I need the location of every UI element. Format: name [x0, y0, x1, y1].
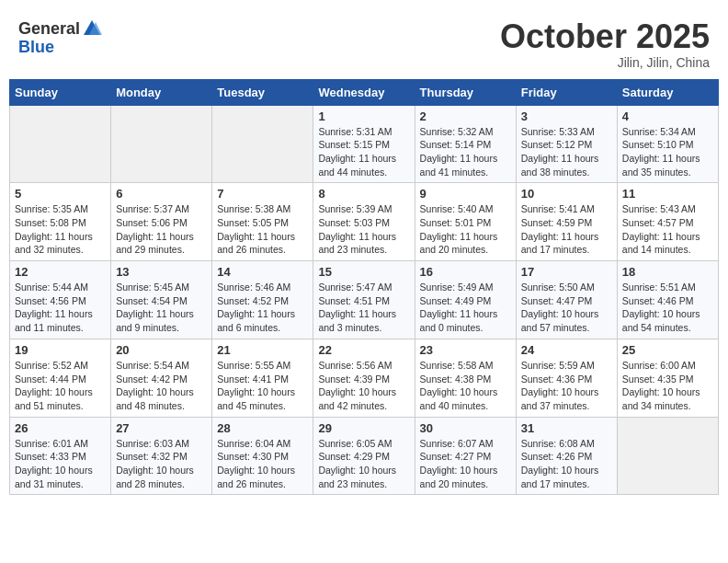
day-number: 8: [318, 187, 409, 201]
calendar-cell: 16Sunrise: 5:49 AM Sunset: 4:49 PM Dayli…: [415, 261, 516, 339]
day-info: Sunrise: 5:31 AM Sunset: 5:15 PM Dayligh…: [318, 125, 409, 179]
calendar-cell: 22Sunrise: 5:56 AM Sunset: 4:39 PM Dayli…: [313, 339, 415, 417]
day-info: Sunrise: 5:59 AM Sunset: 4:36 PM Dayligh…: [521, 359, 612, 413]
calendar-cell: 29Sunrise: 6:05 AM Sunset: 4:29 PM Dayli…: [313, 417, 415, 495]
calendar-week-row: 12Sunrise: 5:44 AM Sunset: 4:56 PM Dayli…: [10, 261, 719, 339]
day-number: 24: [521, 343, 612, 357]
calendar-cell: 27Sunrise: 6:03 AM Sunset: 4:32 PM Dayli…: [111, 417, 212, 495]
calendar-cell: [111, 105, 212, 183]
calendar-cell: 13Sunrise: 5:45 AM Sunset: 4:54 PM Dayli…: [111, 261, 212, 339]
calendar-cell: 25Sunrise: 6:00 AM Sunset: 4:35 PM Dayli…: [617, 339, 718, 417]
calendar-cell: 3Sunrise: 5:33 AM Sunset: 5:12 PM Daylig…: [516, 105, 617, 183]
calendar-cell: 15Sunrise: 5:47 AM Sunset: 4:51 PM Dayli…: [313, 261, 415, 339]
day-number: 22: [318, 343, 409, 357]
day-info: Sunrise: 5:52 AM Sunset: 4:44 PM Dayligh…: [15, 359, 106, 413]
day-number: 16: [420, 265, 511, 279]
day-number: 10: [521, 187, 612, 201]
calendar-cell: 4Sunrise: 5:34 AM Sunset: 5:10 PM Daylig…: [617, 105, 718, 183]
day-number: 11: [622, 187, 713, 201]
day-number: 23: [420, 343, 511, 357]
location: Jilin, Jilin, China: [500, 55, 710, 70]
day-info: Sunrise: 5:47 AM Sunset: 4:51 PM Dayligh…: [318, 281, 409, 335]
day-number: 17: [521, 265, 612, 279]
calendar-week-row: 5Sunrise: 5:35 AM Sunset: 5:08 PM Daylig…: [10, 183, 719, 261]
day-info: Sunrise: 5:33 AM Sunset: 5:12 PM Dayligh…: [521, 125, 612, 179]
calendar-cell: [10, 105, 111, 183]
day-number: 12: [15, 265, 106, 279]
calendar-cell: 1Sunrise: 5:31 AM Sunset: 5:15 PM Daylig…: [313, 105, 415, 183]
calendar-cell: 26Sunrise: 6:01 AM Sunset: 4:33 PM Dayli…: [10, 417, 111, 495]
day-info: Sunrise: 5:45 AM Sunset: 4:54 PM Dayligh…: [116, 281, 207, 335]
day-info: Sunrise: 6:00 AM Sunset: 4:35 PM Dayligh…: [622, 359, 713, 413]
calendar-cell: [212, 105, 313, 183]
calendar-cell: 23Sunrise: 5:58 AM Sunset: 4:38 PM Dayli…: [415, 339, 516, 417]
day-info: Sunrise: 5:46 AM Sunset: 4:52 PM Dayligh…: [217, 281, 308, 335]
calendar-cell: 30Sunrise: 6:07 AM Sunset: 4:27 PM Dayli…: [415, 417, 516, 495]
day-number: 30: [420, 421, 511, 435]
calendar-cell: 12Sunrise: 5:44 AM Sunset: 4:56 PM Dayli…: [10, 261, 111, 339]
day-number: 28: [217, 421, 308, 435]
day-number: 7: [217, 187, 308, 201]
day-info: Sunrise: 5:44 AM Sunset: 4:56 PM Dayligh…: [15, 281, 106, 335]
calendar-cell: 28Sunrise: 6:04 AM Sunset: 4:30 PM Dayli…: [212, 417, 313, 495]
day-number: 6: [116, 187, 207, 201]
day-info: Sunrise: 5:34 AM Sunset: 5:10 PM Dayligh…: [622, 125, 713, 179]
day-info: Sunrise: 5:37 AM Sunset: 5:06 PM Dayligh…: [116, 202, 207, 257]
calendar-cell: 7Sunrise: 5:38 AM Sunset: 5:05 PM Daylig…: [212, 183, 313, 261]
day-number: 14: [217, 265, 308, 279]
page-header: General Blue October 2025 Jilin, Jilin, …: [9, 9, 719, 75]
day-number: 1: [318, 109, 409, 123]
calendar-cell: 11Sunrise: 5:43 AM Sunset: 4:57 PM Dayli…: [617, 183, 718, 261]
month-title: October 2025: [500, 18, 710, 55]
day-number: 13: [116, 265, 207, 279]
day-info: Sunrise: 5:39 AM Sunset: 5:03 PM Dayligh…: [318, 202, 409, 257]
column-header-tuesday: Tuesday: [212, 79, 313, 105]
logo-general: General: [18, 20, 80, 37]
day-number: 21: [217, 343, 308, 357]
day-info: Sunrise: 6:05 AM Sunset: 4:29 PM Dayligh…: [318, 437, 409, 491]
logo-icon: [82, 18, 102, 39]
day-info: Sunrise: 5:35 AM Sunset: 5:08 PM Dayligh…: [15, 202, 106, 257]
day-info: Sunrise: 5:41 AM Sunset: 4:59 PM Dayligh…: [521, 202, 612, 257]
calendar-cell: 21Sunrise: 5:55 AM Sunset: 4:41 PM Dayli…: [212, 339, 313, 417]
day-info: Sunrise: 6:04 AM Sunset: 4:30 PM Dayligh…: [217, 437, 308, 491]
day-info: Sunrise: 5:38 AM Sunset: 5:05 PM Dayligh…: [217, 202, 308, 257]
day-number: 25: [622, 343, 713, 357]
calendar-cell: 10Sunrise: 5:41 AM Sunset: 4:59 PM Dayli…: [516, 183, 617, 261]
column-header-monday: Monday: [111, 79, 212, 105]
calendar-cell: 18Sunrise: 5:51 AM Sunset: 4:46 PM Dayli…: [617, 261, 718, 339]
day-info: Sunrise: 5:51 AM Sunset: 4:46 PM Dayligh…: [622, 281, 713, 335]
day-info: Sunrise: 5:50 AM Sunset: 4:47 PM Dayligh…: [521, 281, 612, 335]
day-number: 9: [420, 187, 511, 201]
day-info: Sunrise: 5:54 AM Sunset: 4:42 PM Dayligh…: [116, 359, 207, 413]
calendar-cell: 5Sunrise: 5:35 AM Sunset: 5:08 PM Daylig…: [10, 183, 111, 261]
day-info: Sunrise: 5:32 AM Sunset: 5:14 PM Dayligh…: [420, 125, 511, 179]
calendar-cell: 2Sunrise: 5:32 AM Sunset: 5:14 PM Daylig…: [415, 105, 516, 183]
day-number: 27: [116, 421, 207, 435]
calendar-cell: 14Sunrise: 5:46 AM Sunset: 4:52 PM Dayli…: [212, 261, 313, 339]
calendar-week-row: 26Sunrise: 6:01 AM Sunset: 4:33 PM Dayli…: [10, 417, 719, 495]
calendar-cell: 31Sunrise: 6:08 AM Sunset: 4:26 PM Dayli…: [516, 417, 617, 495]
day-info: Sunrise: 5:58 AM Sunset: 4:38 PM Dayligh…: [420, 359, 511, 413]
calendar-cell: 24Sunrise: 5:59 AM Sunset: 4:36 PM Dayli…: [516, 339, 617, 417]
day-number: 2: [420, 109, 511, 123]
calendar-cell: [617, 417, 718, 495]
calendar-cell: 19Sunrise: 5:52 AM Sunset: 4:44 PM Dayli…: [10, 339, 111, 417]
logo-blue: Blue: [18, 38, 54, 56]
column-header-thursday: Thursday: [415, 79, 516, 105]
day-number: 3: [521, 109, 612, 123]
title-block: October 2025 Jilin, Jilin, China: [500, 18, 710, 70]
day-number: 26: [15, 421, 106, 435]
day-info: Sunrise: 5:43 AM Sunset: 4:57 PM Dayligh…: [622, 202, 713, 257]
day-number: 29: [318, 421, 409, 435]
day-info: Sunrise: 6:07 AM Sunset: 4:27 PM Dayligh…: [420, 437, 511, 491]
calendar-header-row: SundayMondayTuesdayWednesdayThursdayFrid…: [10, 79, 719, 105]
day-number: 5: [15, 187, 106, 201]
column-header-sunday: Sunday: [10, 79, 111, 105]
column-header-friday: Friday: [516, 79, 617, 105]
calendar-cell: 8Sunrise: 5:39 AM Sunset: 5:03 PM Daylig…: [313, 183, 415, 261]
calendar-week-row: 1Sunrise: 5:31 AM Sunset: 5:15 PM Daylig…: [10, 105, 719, 183]
day-info: Sunrise: 6:08 AM Sunset: 4:26 PM Dayligh…: [521, 437, 612, 491]
calendar-week-row: 19Sunrise: 5:52 AM Sunset: 4:44 PM Dayli…: [10, 339, 719, 417]
calendar-cell: 6Sunrise: 5:37 AM Sunset: 5:06 PM Daylig…: [111, 183, 212, 261]
